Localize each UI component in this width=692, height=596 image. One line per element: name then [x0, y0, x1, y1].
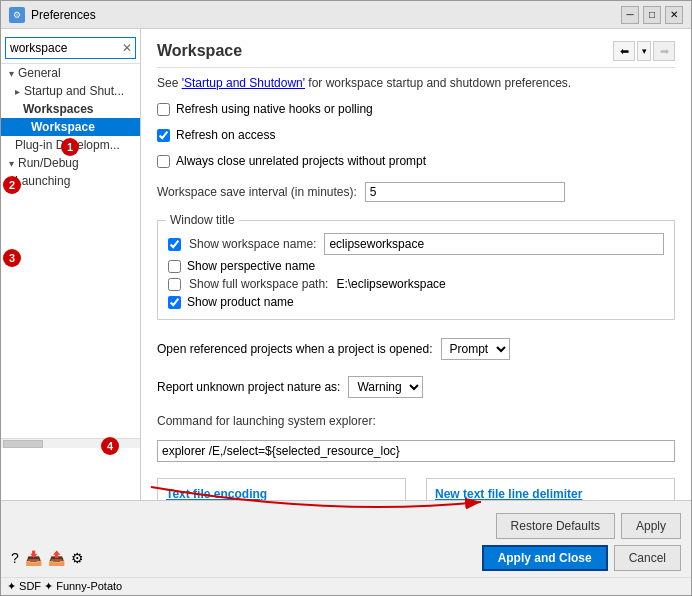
scrollbar-thumb[interactable] [3, 440, 43, 448]
status-text: ✦ SDF ✦ Funny-Potato [7, 580, 122, 593]
info-text-before: See [157, 76, 182, 90]
report-unknown-select[interactable]: Warning Error Info [348, 376, 423, 398]
show-perspective-checkbox[interactable] [168, 260, 181, 273]
save-interval-input[interactable] [365, 182, 565, 202]
command-input[interactable] [157, 440, 675, 462]
refresh-access-label: Refresh on access [176, 128, 275, 142]
maximize-button[interactable]: □ [643, 6, 661, 24]
save-interval-label: Workspace save interval (in minutes): [157, 185, 357, 199]
nav-dropdown-button[interactable]: ▾ [637, 41, 651, 61]
show-workspace-name-checkbox[interactable] [168, 238, 181, 251]
action-buttons: Apply and Close Cancel [482, 545, 681, 571]
sidebar-item-label: Launching [15, 174, 70, 188]
sidebar-item-label: Workspace [31, 120, 95, 134]
preferences-window: ⚙ Preferences ─ □ ✕ ✕ ▾ General [0, 0, 692, 596]
show-full-path-checkbox[interactable] [168, 278, 181, 291]
help-icon[interactable]: ? [11, 550, 19, 566]
nav-arrows: ⬅ ▾ ➡ [613, 41, 675, 61]
sidebar-scrollbar[interactable] [1, 438, 141, 448]
annotation-4: 4 [101, 437, 119, 455]
sidebar: ✕ ▾ General ▸ Startup and Shut... Worksp… [1, 29, 141, 500]
title-bar: ⚙ Preferences ─ □ ✕ [1, 1, 691, 29]
show-workspace-name-label: Show workspace name: [189, 237, 316, 251]
refresh-access-row: Refresh on access [157, 128, 675, 142]
report-unknown-label: Report unknown project nature as: [157, 380, 340, 394]
info-text-after: for workspace startup and shutdown prefe… [305, 76, 571, 90]
search-clear-button[interactable]: ✕ [122, 41, 132, 55]
main-content: ✕ ▾ General ▸ Startup and Shut... Worksp… [1, 29, 691, 500]
open-referenced-select[interactable]: Prompt Always Never [441, 338, 510, 360]
sidebar-item-label: Run/Debug [18, 156, 79, 170]
startup-link[interactable]: 'Startup and Shutdown' [182, 76, 305, 90]
expand-arrow: ▾ [9, 158, 14, 169]
window-title-section: Window title Show workspace name: Show p… [157, 220, 675, 320]
apply-and-close-button[interactable]: Apply and Close [482, 545, 608, 571]
sidebar-item-workspace[interactable]: Workspace [1, 118, 140, 136]
apply-button[interactable]: Apply [621, 513, 681, 539]
import-icon[interactable]: 📥 [25, 550, 42, 566]
encoding-section: Text file encoding Default (GBK) Other: … [157, 478, 675, 500]
show-full-path-row: Show full workspace path: E:\eclipsework… [168, 277, 664, 291]
command-input-row [157, 440, 675, 462]
bottom-bar: 4 Restore Defaults Apply ? 📥 📤 ⚙ Apply a… [1, 500, 691, 577]
sidebar-item-startup[interactable]: ▸ Startup and Shut... [1, 82, 140, 100]
nav-back-button[interactable]: ⬅ [613, 41, 635, 61]
search-input[interactable] [5, 37, 136, 59]
save-interval-row: Workspace save interval (in minutes): [157, 182, 675, 202]
nav-forward-button[interactable]: ➡ [653, 41, 675, 61]
content-area: Workspace ⬅ ▾ ➡ See 'Startup and Shutdow… [141, 29, 691, 500]
minimize-button[interactable]: ─ [621, 6, 639, 24]
workspace-name-input[interactable] [324, 233, 664, 255]
report-unknown-row: Report unknown project nature as: Warnin… [157, 376, 675, 398]
show-product-label: Show product name [187, 295, 294, 309]
show-product-checkbox[interactable] [168, 296, 181, 309]
show-workspace-name-row: Show workspace name: [168, 233, 664, 255]
open-referenced-label: Open referenced projects when a project … [157, 342, 433, 356]
title-bar-left: ⚙ Preferences [9, 7, 96, 23]
command-label: Command for launching system explorer: [157, 414, 376, 428]
sidebar-item-workspaces[interactable]: Workspaces [1, 100, 140, 118]
content-header: Workspace ⬅ ▾ ➡ [157, 41, 675, 68]
show-full-path-label: Show full workspace path: [189, 277, 328, 291]
close-button[interactable]: ✕ [665, 6, 683, 24]
newline-group: New text file line delimiter Default (Wi… [426, 478, 675, 500]
sidebar-item-label: Startup and Shut... [24, 84, 124, 98]
sidebar-item-general[interactable]: ▾ General [1, 64, 140, 82]
status-bar: ✦ SDF ✦ Funny-Potato [1, 577, 691, 595]
restore-defaults-button[interactable]: Restore Defaults [496, 513, 615, 539]
sidebar-item-rundebug[interactable]: ▾ Run/Debug [1, 154, 140, 172]
text-encoding-group: Text file encoding Default (GBK) Other: … [157, 478, 406, 500]
refresh-access-checkbox[interactable] [157, 129, 170, 142]
annotation-2: 2 [3, 176, 21, 194]
show-perspective-label: Show perspective name [187, 259, 315, 273]
expand-arrow: ▸ [15, 86, 20, 97]
refresh-native-row: Refresh using native hooks or polling [157, 102, 675, 116]
search-area: ✕ [1, 33, 140, 64]
full-path-value: E:\eclipseworkspace [336, 277, 445, 291]
close-unrelated-label: Always close unrelated projects without … [176, 154, 426, 168]
bottom-row: ? 📥 📤 ⚙ Apply and Close Cancel [11, 545, 681, 571]
close-unrelated-checkbox[interactable] [157, 155, 170, 168]
open-referenced-row: Open referenced projects when a project … [157, 338, 675, 360]
expand-arrow: ▾ [9, 68, 14, 79]
sidebar-item-launching[interactable]: Launching [1, 172, 140, 190]
sidebar-item-label: General [18, 66, 61, 80]
window-title: Preferences [31, 8, 96, 22]
newline-title: New text file line delimiter [435, 487, 666, 500]
bottom-icons: ? 📥 📤 ⚙ [11, 550, 84, 566]
refresh-native-checkbox[interactable] [157, 103, 170, 116]
command-row: Command for launching system explorer: [157, 414, 675, 428]
encoding-title: Text file encoding [166, 487, 397, 500]
info-line: See 'Startup and Shutdown' for workspace… [157, 76, 675, 90]
sidebar-item-label: Workspaces [23, 102, 93, 116]
cancel-button[interactable]: Cancel [614, 545, 681, 571]
sidebar-tree: ▾ General ▸ Startup and Shut... Workspac… [1, 64, 140, 190]
window-title-section-label: Window title [166, 213, 239, 227]
top-button-row: Restore Defaults Apply [11, 513, 681, 539]
annotation-1: 1 [61, 138, 79, 156]
title-bar-controls: ─ □ ✕ [621, 6, 683, 24]
export-icon[interactable]: 📤 [48, 550, 65, 566]
content-title: Workspace [157, 42, 242, 60]
annotation-3: 3 [3, 249, 21, 267]
settings-icon[interactable]: ⚙ [71, 550, 84, 566]
